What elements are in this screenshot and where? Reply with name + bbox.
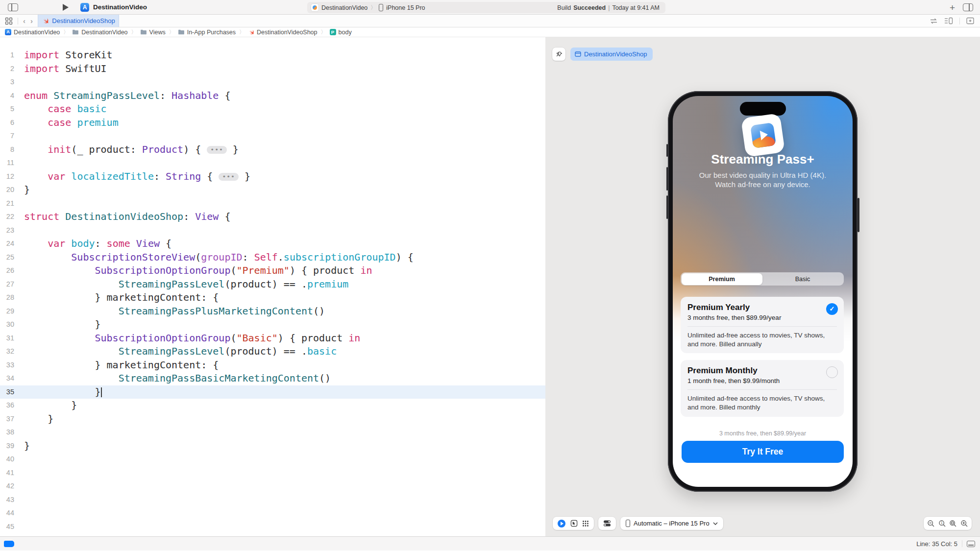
code-line[interactable]: 43 bbox=[0, 493, 545, 507]
code-line[interactable]: 8 init(_ product: Product) { ••• } bbox=[0, 143, 545, 157]
line-number: 1 bbox=[0, 48, 23, 62]
chevron-down-icon bbox=[713, 522, 718, 525]
zoom-100-icon[interactable]: 1 bbox=[938, 520, 946, 527]
run-destination[interactable]: iPhone 15 Pro bbox=[386, 4, 425, 11]
library-plus-icon[interactable]: + bbox=[950, 3, 955, 12]
code-line[interactable]: 11 bbox=[0, 156, 545, 170]
jump-bar: ADestinationVideo 〉 DestinationVideo 〉 V… bbox=[0, 27, 980, 37]
svg-text:1: 1 bbox=[940, 521, 942, 525]
line-number: 31 bbox=[0, 332, 23, 345]
line-number: 28 bbox=[0, 291, 23, 305]
code-line[interactable]: 35 } bbox=[0, 385, 545, 399]
code-line[interactable]: 44 bbox=[0, 506, 545, 520]
code-line[interactable]: 1import StoreKit bbox=[0, 48, 545, 62]
live-preview-icon[interactable] bbox=[558, 520, 565, 527]
code-line[interactable]: 40 bbox=[0, 453, 545, 466]
back-icon[interactable]: ‹ bbox=[23, 17, 25, 24]
device-menu-label: Automatic – iPhone 15 Pro bbox=[634, 520, 710, 527]
code-line[interactable]: 24 var body: some View { bbox=[0, 237, 545, 251]
project-app-icon: A bbox=[80, 3, 89, 12]
code-fold-icon[interactable]: ••• bbox=[207, 146, 226, 154]
code-line[interactable]: 31 SubscriptionOptionGroup("Basic") { pr… bbox=[0, 332, 545, 345]
swap-editors-icon[interactable] bbox=[930, 18, 938, 24]
code-line[interactable]: 26 SubscriptionOptionGroup("Premium") { … bbox=[0, 264, 545, 278]
code-line[interactable]: 23 bbox=[0, 224, 545, 238]
scheme-selector[interactable]: DestinationVideo 〉 iPhone 15 Pro bbox=[307, 4, 425, 11]
code-fold-icon[interactable]: ••• bbox=[219, 173, 238, 181]
variants-mode-icon[interactable] bbox=[582, 520, 589, 527]
code-line[interactable]: 41 bbox=[0, 466, 545, 480]
breadcrumb-project[interactable]: ADestinationVideo bbox=[5, 29, 60, 36]
device-settings-icon[interactable] bbox=[603, 520, 611, 527]
swift-icon bbox=[42, 17, 49, 24]
code-line[interactable]: 39} bbox=[0, 439, 545, 453]
code-line[interactable]: 4enum StreamingPassLevel: Hashable { bbox=[0, 89, 545, 103]
zoom-fit-icon[interactable] bbox=[949, 520, 957, 527]
app-icon: A bbox=[5, 29, 11, 35]
breadcrumb-inapp-purchases[interactable]: In-App Purchases bbox=[178, 29, 236, 36]
breadcrumb-file[interactable]: DestinationVideoShop bbox=[248, 29, 317, 36]
line-number: 6 bbox=[0, 116, 23, 130]
code-line[interactable]: 32 StreamingPassLevel(product) == .basic bbox=[0, 345, 545, 359]
code-line[interactable]: 5 case basic bbox=[0, 102, 545, 116]
line-number: 39 bbox=[0, 439, 23, 453]
breadcrumb-symbol[interactable]: Pbody bbox=[330, 29, 352, 36]
scheme-name[interactable]: DestinationVideo bbox=[321, 4, 368, 11]
code-line[interactable]: 33 } marketingContent: { bbox=[0, 359, 545, 372]
code-line[interactable]: 27 StreamingPassLevel(product) == .premi… bbox=[0, 278, 545, 291]
tab-destinationvideoshop[interactable]: DestinationVideoShop bbox=[38, 15, 119, 27]
unselected-radio-icon[interactable] bbox=[826, 366, 838, 378]
breakpoint-tag-icon[interactable] bbox=[4, 541, 14, 547]
line-number: 37 bbox=[0, 412, 23, 426]
toggle-right-sidebar-icon[interactable] bbox=[963, 3, 973, 11]
pin-preview-button[interactable] bbox=[552, 48, 565, 61]
breadcrumb-group[interactable]: DestinationVideo bbox=[72, 29, 127, 36]
code-line[interactable]: 37 } bbox=[0, 412, 545, 426]
code-line[interactable]: 36 } bbox=[0, 399, 545, 412]
code-line[interactable]: 20} bbox=[0, 183, 545, 197]
editor-options-icon[interactable] bbox=[944, 17, 953, 24]
code-line[interactable]: 45 bbox=[0, 520, 545, 534]
code-line[interactable]: 21 bbox=[0, 197, 545, 211]
code-line[interactable]: 34 StreamingPassBasicMarketingContent() bbox=[0, 372, 545, 385]
device-menu[interactable]: Automatic – iPhone 15 Pro bbox=[620, 517, 723, 530]
divider bbox=[959, 18, 960, 24]
code-line[interactable]: 42 bbox=[0, 479, 545, 493]
plan-card-premium-monthly[interactable]: Premium Monthly 1 month free, then $9.99… bbox=[681, 360, 844, 417]
plan-segmented-control: Premium Basic bbox=[681, 272, 844, 286]
code-line[interactable]: 28 } marketingContent: { bbox=[0, 291, 545, 305]
code-line[interactable]: 6 case premium bbox=[0, 116, 545, 130]
adjust-editor-icon[interactable] bbox=[967, 541, 975, 547]
source-editor[interactable]: 1import StoreKit2import SwiftUI34enum St… bbox=[0, 37, 545, 536]
selectable-mode-icon[interactable] bbox=[570, 520, 578, 527]
zoom-in-icon[interactable] bbox=[960, 520, 968, 527]
code-line[interactable]: 3 bbox=[0, 75, 545, 89]
code-line[interactable]: 30 } bbox=[0, 318, 545, 332]
code-line[interactable]: 25 SubscriptionStoreView(groupID: Self.s… bbox=[0, 251, 545, 264]
code-line[interactable]: 29 StreamingPassPlusMarketingContent() bbox=[0, 305, 545, 318]
code-line[interactable]: 38 bbox=[0, 426, 545, 439]
build-status[interactable]: Build Succeeded | Today at 9:41 AM bbox=[557, 4, 665, 11]
segment-basic[interactable]: Basic bbox=[762, 273, 843, 285]
code-line[interactable]: 12 var localizedTitle: String { ••• } bbox=[0, 170, 545, 184]
code-line[interactable]: 22struct DestinationVideoShop: View { bbox=[0, 210, 545, 224]
related-items-grid-icon[interactable] bbox=[5, 17, 13, 25]
code-line[interactable]: 7 bbox=[0, 129, 545, 143]
code-line[interactable]: 46 bbox=[0, 533, 545, 536]
try-it-free-button[interactable]: Try It Free bbox=[682, 441, 844, 463]
add-editor-icon[interactable] bbox=[966, 17, 974, 24]
preview-chip[interactable]: DestinationVideoShop bbox=[570, 48, 653, 61]
line-number: 2 bbox=[0, 62, 23, 76]
plan-card-premium-yearly[interactable]: Premium Yearly 3 months free, then $89.9… bbox=[681, 297, 844, 353]
zoom-out-icon[interactable] bbox=[927, 520, 935, 527]
selected-checkmark-icon[interactable]: ✓ bbox=[826, 303, 838, 315]
toggle-left-sidebar-icon[interactable] bbox=[8, 3, 18, 11]
run-button[interactable] bbox=[63, 4, 69, 11]
segment-premium[interactable]: Premium bbox=[682, 273, 762, 285]
volume-down-button bbox=[666, 195, 668, 219]
code-line[interactable]: 2import SwiftUI bbox=[0, 62, 545, 76]
breadcrumb-views[interactable]: Views bbox=[140, 29, 166, 36]
forward-icon[interactable]: › bbox=[30, 17, 33, 24]
activity-bar: DestinationVideo 〉 iPhone 15 Pro Build S… bbox=[307, 2, 665, 13]
xcode-toolbar: A DestinationVideo DestinationVideo 〉 iP… bbox=[0, 0, 980, 15]
